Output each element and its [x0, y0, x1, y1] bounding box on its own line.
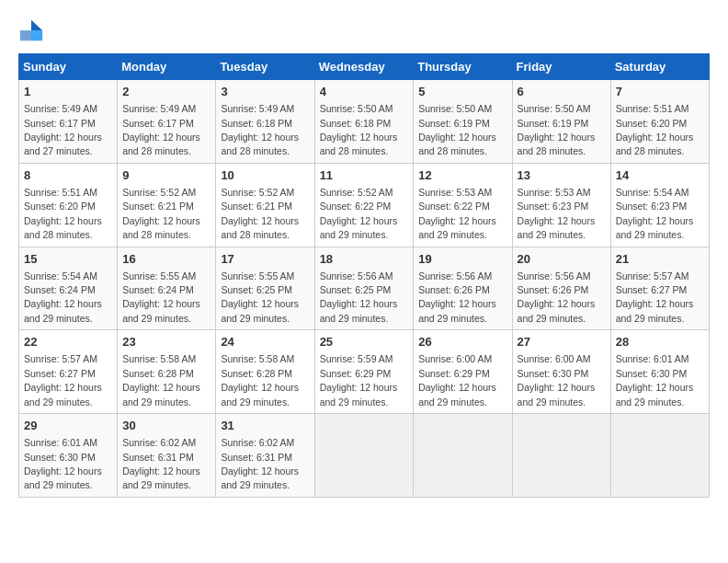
day-number: 26: [418, 334, 506, 350]
calendar-cell: 4Sunrise: 5:50 AMSunset: 6:18 PMDaylight…: [314, 80, 414, 164]
day-info: Sunrise: 5:54 AMSunset: 6:24 PMDaylight:…: [24, 270, 102, 324]
day-number: 4: [320, 84, 409, 100]
day-info: Sunrise: 5:50 AMSunset: 6:19 PMDaylight:…: [418, 103, 496, 156]
day-info: Sunrise: 5:56 AMSunset: 6:26 PMDaylight:…: [518, 270, 596, 324]
day-number: 13: [518, 167, 606, 184]
day-info: Sunrise: 5:57 AMSunset: 6:27 PMDaylight:…: [616, 270, 694, 324]
calendar-cell: 13Sunrise: 5:53 AMSunset: 6:23 PMDayligh…: [512, 163, 610, 247]
day-info: Sunrise: 5:49 AMSunset: 6:17 PMDaylight:…: [122, 103, 200, 156]
logo: [18, 18, 48, 44]
calendar-week-5: 29Sunrise: 6:01 AMSunset: 6:30 PMDayligh…: [19, 414, 710, 498]
day-info: Sunrise: 5:56 AMSunset: 6:26 PMDaylight:…: [418, 270, 496, 324]
calendar-cell: 1Sunrise: 5:49 AMSunset: 6:17 PMDaylight…: [19, 80, 118, 164]
day-info: Sunrise: 5:52 AMSunset: 6:21 PMDaylight:…: [122, 187, 200, 240]
calendar-cell: 23Sunrise: 5:58 AMSunset: 6:28 PMDayligh…: [118, 330, 216, 414]
calendar-cell: 18Sunrise: 5:56 AMSunset: 6:25 PMDayligh…: [314, 247, 414, 330]
header-day-thursday: Thursday: [414, 54, 512, 80]
calendar-header: SundayMondayTuesdayWednesdayThursdayFrid…: [19, 54, 710, 80]
day-number: 15: [24, 251, 112, 268]
day-info: Sunrise: 5:52 AMSunset: 6:22 PMDaylight:…: [320, 187, 398, 240]
header-row: SundayMondayTuesdayWednesdayThursdayFrid…: [19, 54, 710, 80]
day-number: 12: [418, 167, 506, 184]
day-number: 10: [221, 167, 309, 184]
calendar-week-1: 1Sunrise: 5:49 AMSunset: 6:17 PMDaylight…: [19, 80, 710, 164]
calendar-cell: 31Sunrise: 6:02 AMSunset: 6:31 PMDayligh…: [216, 414, 314, 498]
calendar-cell: 24Sunrise: 5:58 AMSunset: 6:28 PMDayligh…: [216, 330, 314, 414]
svg-marker-2: [20, 30, 31, 40]
calendar-cell: 9Sunrise: 5:52 AMSunset: 6:21 PMDaylight…: [118, 163, 216, 247]
header-day-monday: Monday: [118, 54, 216, 80]
day-number: 18: [320, 251, 409, 268]
calendar-cell: 19Sunrise: 5:56 AMSunset: 6:26 PMDayligh…: [414, 247, 512, 330]
day-number: 9: [122, 167, 210, 184]
day-info: Sunrise: 6:01 AMSunset: 6:30 PMDaylight:…: [616, 353, 694, 407]
day-number: 30: [122, 418, 210, 434]
svg-marker-0: [31, 20, 42, 30]
calendar-cell: 10Sunrise: 5:52 AMSunset: 6:21 PMDayligh…: [216, 163, 314, 247]
day-number: 1: [24, 84, 112, 100]
day-info: Sunrise: 6:00 AMSunset: 6:30 PMDaylight:…: [518, 353, 596, 407]
calendar-cell: 26Sunrise: 6:00 AMSunset: 6:29 PMDayligh…: [414, 330, 512, 414]
day-info: Sunrise: 5:57 AMSunset: 6:27 PMDaylight:…: [24, 353, 102, 407]
day-info: Sunrise: 5:59 AMSunset: 6:29 PMDaylight:…: [320, 353, 398, 407]
calendar-cell: [314, 414, 414, 498]
calendar-cell: 29Sunrise: 6:01 AMSunset: 6:30 PMDayligh…: [19, 414, 118, 498]
calendar-cell: 20Sunrise: 5:56 AMSunset: 6:26 PMDayligh…: [512, 247, 610, 330]
day-number: 28: [616, 334, 704, 350]
header-day-wednesday: Wednesday: [314, 54, 414, 80]
day-number: 21: [616, 251, 704, 268]
calendar-cell: 11Sunrise: 5:52 AMSunset: 6:22 PMDayligh…: [314, 163, 414, 247]
day-number: 6: [518, 84, 606, 100]
calendar-body: 1Sunrise: 5:49 AMSunset: 6:17 PMDaylight…: [19, 80, 710, 498]
calendar-cell: [414, 414, 512, 498]
calendar-cell: 8Sunrise: 5:51 AMSunset: 6:20 PMDaylight…: [19, 163, 118, 247]
svg-marker-1: [31, 30, 42, 40]
day-number: 27: [518, 334, 606, 350]
day-info: Sunrise: 5:51 AMSunset: 6:20 PMDaylight:…: [24, 187, 102, 240]
day-info: Sunrise: 5:58 AMSunset: 6:28 PMDaylight:…: [122, 353, 200, 407]
calendar-cell: 25Sunrise: 5:59 AMSunset: 6:29 PMDayligh…: [314, 330, 414, 414]
calendar-cell: 27Sunrise: 6:00 AMSunset: 6:30 PMDayligh…: [512, 330, 610, 414]
calendar-cell: 2Sunrise: 5:49 AMSunset: 6:17 PMDaylight…: [118, 80, 216, 164]
day-info: Sunrise: 5:54 AMSunset: 6:23 PMDaylight:…: [616, 187, 694, 240]
calendar-table: SundayMondayTuesdayWednesdayThursdayFrid…: [18, 53, 710, 498]
day-info: Sunrise: 5:52 AMSunset: 6:21 PMDaylight:…: [221, 187, 299, 240]
day-info: Sunrise: 5:49 AMSunset: 6:18 PMDaylight:…: [221, 103, 299, 156]
day-number: 25: [320, 334, 409, 350]
day-number: 5: [418, 84, 506, 100]
day-number: 11: [320, 167, 409, 184]
calendar-cell: 28Sunrise: 6:01 AMSunset: 6:30 PMDayligh…: [610, 330, 709, 414]
day-info: Sunrise: 6:00 AMSunset: 6:29 PMDaylight:…: [418, 353, 496, 407]
header-day-friday: Friday: [512, 54, 610, 80]
calendar-week-2: 8Sunrise: 5:51 AMSunset: 6:20 PMDaylight…: [19, 163, 710, 247]
day-info: Sunrise: 5:50 AMSunset: 6:19 PMDaylight:…: [518, 103, 596, 156]
page-header: [18, 18, 710, 44]
day-number: 2: [122, 84, 210, 100]
day-info: Sunrise: 5:55 AMSunset: 6:24 PMDaylight:…: [122, 270, 200, 324]
day-info: Sunrise: 5:56 AMSunset: 6:25 PMDaylight:…: [320, 270, 398, 324]
day-number: 19: [418, 251, 506, 268]
day-number: 17: [221, 251, 309, 268]
calendar-week-3: 15Sunrise: 5:54 AMSunset: 6:24 PMDayligh…: [19, 247, 710, 330]
header-day-sunday: Sunday: [19, 54, 118, 80]
day-number: 31: [221, 418, 309, 434]
day-number: 20: [518, 251, 606, 268]
header-day-saturday: Saturday: [610, 54, 709, 80]
calendar-cell: 12Sunrise: 5:53 AMSunset: 6:22 PMDayligh…: [414, 163, 512, 247]
logo-icon: [18, 18, 44, 44]
day-number: 23: [122, 334, 210, 350]
day-number: 22: [24, 334, 112, 350]
calendar-cell: 15Sunrise: 5:54 AMSunset: 6:24 PMDayligh…: [19, 247, 118, 330]
header-day-tuesday: Tuesday: [216, 54, 314, 80]
calendar-cell: 21Sunrise: 5:57 AMSunset: 6:27 PMDayligh…: [610, 247, 709, 330]
day-number: 3: [221, 84, 309, 100]
calendar-cell: 16Sunrise: 5:55 AMSunset: 6:24 PMDayligh…: [118, 247, 216, 330]
calendar-cell: 5Sunrise: 5:50 AMSunset: 6:19 PMDaylight…: [414, 80, 512, 164]
day-number: 24: [221, 334, 309, 350]
calendar-cell: 22Sunrise: 5:57 AMSunset: 6:27 PMDayligh…: [19, 330, 118, 414]
day-info: Sunrise: 6:01 AMSunset: 6:30 PMDaylight:…: [24, 437, 102, 490]
day-info: Sunrise: 5:53 AMSunset: 6:22 PMDaylight:…: [418, 187, 496, 240]
day-info: Sunrise: 6:02 AMSunset: 6:31 PMDaylight:…: [122, 437, 200, 490]
day-info: Sunrise: 6:02 AMSunset: 6:31 PMDaylight:…: [221, 437, 299, 490]
day-info: Sunrise: 5:50 AMSunset: 6:18 PMDaylight:…: [320, 103, 398, 156]
